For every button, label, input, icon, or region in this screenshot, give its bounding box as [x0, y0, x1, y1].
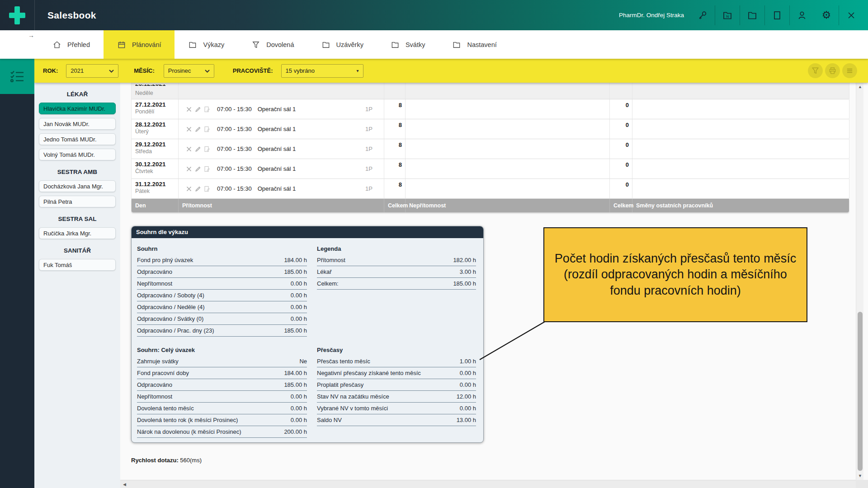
shift-location: Operační sál 1	[258, 165, 296, 172]
nav-tabs: Přehled Plánování Výkazy Dovolená Uzávěr…	[39, 30, 868, 59]
delete-shift-icon[interactable]	[186, 146, 192, 152]
section-prescasy: Přesčasy Přesčas tento měsíc1.00 h Negat…	[317, 345, 476, 426]
frame-icon[interactable]	[765, 0, 789, 30]
edit-shift-icon[interactable]	[195, 126, 201, 132]
col-pritomnost: Přítomnost	[179, 199, 384, 212]
present-total: 8	[384, 139, 406, 159]
tab-svatky[interactable]: Svátky	[377, 30, 439, 59]
shift-note-icon[interactable]	[204, 186, 210, 192]
month-select[interactable]: Prosinec	[164, 64, 214, 78]
edit-shift-icon[interactable]	[195, 166, 201, 172]
tab-prehled[interactable]: Přehled	[39, 30, 104, 59]
shift-note-icon[interactable]	[204, 166, 210, 172]
present-total: 8	[384, 159, 406, 178]
worker-item[interactable]: Fuk Tomáš	[39, 259, 116, 271]
present-total: 8	[384, 179, 406, 198]
delete-shift-icon[interactable]	[186, 106, 192, 113]
horizontal-scrollbar[interactable]: ◀	[120, 480, 856, 488]
folder-icon	[391, 40, 400, 49]
worker-item[interactable]: Jedno Tomáš MUDr.	[39, 133, 116, 145]
shift-location: Operační sál 1	[258, 126, 296, 132]
print-button[interactable]	[825, 63, 840, 78]
tab-vykazy[interactable]: Výkazy	[175, 30, 238, 59]
delete-shift-icon[interactable]	[186, 166, 192, 172]
worker-item[interactable]: Hlavička Kazimír MUDr.	[39, 103, 116, 114]
filter-funnel-button[interactable]	[808, 63, 823, 78]
shift-location: Operační sál 1	[258, 106, 296, 113]
header-toolbar: PharmDr. Ondřej Straka N ⚙	[619, 0, 868, 30]
row-day: Úterý	[135, 128, 175, 135]
summary-panel: Souhrn dle výkazu Souhrn Fond pro plný ú…	[131, 226, 484, 443]
main-nav: → Přehled Plánování Výkazy Dovolená Uzáv…	[0, 30, 868, 59]
group-title: SANITÁŘ	[34, 247, 120, 255]
chevron-down-icon	[205, 67, 210, 74]
folder-icon[interactable]	[740, 0, 764, 30]
current-user[interactable]: PharmDr. Ondřej Straka	[619, 12, 684, 19]
settings-gear-icon[interactable]: ⚙	[814, 0, 839, 30]
section-souhrn: Souhrn Fond pro plný úvazek184.00 h Odpr…	[137, 244, 307, 337]
section-legenda: Legenda Přítomnost182.00 h Lékař3.00 h C…	[317, 244, 476, 337]
present-total: 8	[384, 119, 406, 139]
folder-note-icon[interactable]: N	[715, 0, 740, 30]
dropdown-arrow-icon: ▾	[357, 68, 359, 73]
shift-time: 07:00 - 15:30	[217, 185, 252, 192]
col-celkem: Celkem	[384, 199, 406, 212]
row-day: Pondělí	[135, 108, 175, 115]
absent-total: 0	[610, 99, 632, 119]
schedule-row: 27.12.2021 Pondělí 07:00 - 15:30 Operačn…	[132, 99, 849, 119]
shift-time: 07:00 - 15:30	[217, 145, 252, 152]
folder-icon	[452, 40, 461, 49]
group-title: LÉKAŘ	[34, 91, 120, 99]
worker-list-button[interactable]	[0, 59, 34, 94]
col-smeny: Směny ostatních pracovníků	[632, 199, 849, 212]
worker-item[interactable]: Jan Novák MUDr.	[39, 118, 116, 130]
svg-text:N: N	[726, 14, 729, 19]
scrollbar-corner	[856, 480, 868, 488]
worker-item[interactable]: Volný Tomáš MUDr.	[39, 149, 116, 160]
year-label: ROK:	[43, 67, 58, 74]
shift-tag: 1P	[365, 185, 373, 192]
row-date: 27.12.2021	[135, 101, 175, 108]
tab-planovani[interactable]: Plánování	[104, 30, 175, 59]
delete-shift-icon[interactable]	[186, 126, 192, 132]
shift-note-icon[interactable]	[204, 146, 210, 152]
worker-group-sanitar: SANITÁŘ Fuk Tomáš	[34, 247, 120, 271]
app-logo[interactable]	[0, 0, 34, 30]
user-account-icon[interactable]	[790, 0, 814, 30]
overtime-this-month-value: 1.00 h	[460, 358, 476, 365]
scroll-left-icon[interactable]: ◀	[123, 482, 126, 487]
shift-note-icon[interactable]	[204, 106, 210, 113]
worker-item[interactable]: Pilná Petra	[39, 196, 116, 207]
vertical-scrollbar[interactable]: ▲ ▼	[856, 83, 863, 480]
delete-shift-icon[interactable]	[186, 186, 192, 192]
schedule-table: 26.12.2021 Neděle 27.12.2021 Pondělí	[131, 83, 849, 212]
schedule-row: 29.12.2021 Středa 07:00 - 15:30 Operační…	[132, 139, 849, 159]
medical-plus-icon	[9, 6, 25, 24]
shift-note-icon[interactable]	[204, 126, 210, 132]
menu-button[interactable]	[842, 63, 857, 78]
edit-shift-icon[interactable]	[195, 106, 201, 113]
scroll-up-icon[interactable]: ▲	[856, 84, 864, 89]
vertical-scroll-thumb[interactable]	[858, 312, 863, 471]
collapse-arrow-icon[interactable]: →	[28, 32, 34, 39]
tab-uzaverky[interactable]: Uzávěrky	[308, 30, 377, 59]
shift-tag: 1P	[365, 106, 373, 113]
close-icon[interactable]	[839, 0, 863, 30]
tab-nastaveni[interactable]: Nastavení	[439, 30, 510, 59]
tab-dovolena[interactable]: Dovolená	[238, 30, 307, 59]
worker-item[interactable]: Docházková Jana Mgr.	[39, 180, 116, 192]
shift-location: Operační sál 1	[258, 145, 296, 152]
year-select[interactable]: 2021	[66, 64, 118, 78]
worker-item[interactable]: Ručička Jirka Mgr.	[39, 227, 116, 239]
edit-shift-icon[interactable]	[195, 186, 201, 192]
app-header: Salesbook PharmDr. Ondřej Straka N	[0, 0, 868, 30]
group-title: SESTRA AMB	[34, 169, 120, 177]
app-title: Salesbook	[47, 10, 96, 21]
workplace-select[interactable]: 15 vybráno ▾	[281, 64, 363, 78]
password-key-icon[interactable]	[690, 0, 715, 30]
schedule-row-partial: 26.12.2021 Neděle	[132, 83, 849, 99]
scroll-down-icon[interactable]: ▼	[856, 474, 864, 478]
summary-panel-title: Souhrn dle výkazu	[132, 226, 483, 238]
edit-shift-icon[interactable]	[195, 146, 201, 152]
annotation-callout: Počet hodin získaných přesčasů tento měs…	[543, 227, 807, 322]
